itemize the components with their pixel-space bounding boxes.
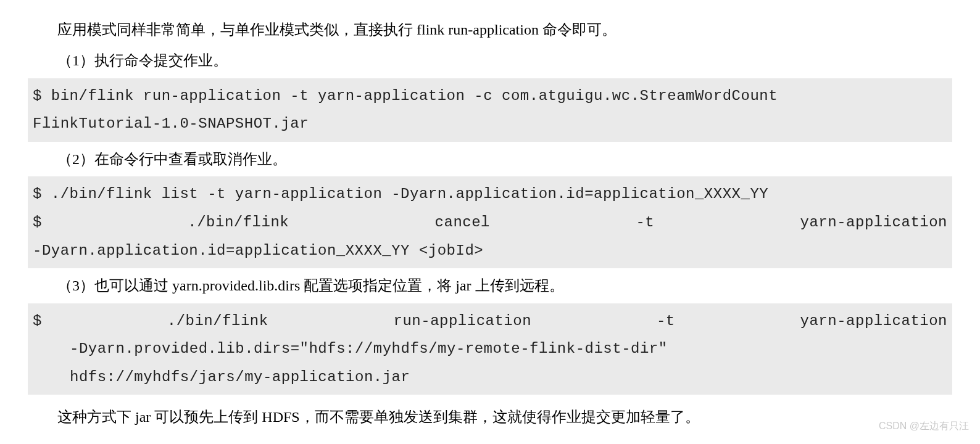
closing-paragraph: 这种方式下 jar 可以预先上传到 HDFS，而不需要单独发送到集群，这就使得作…	[28, 403, 952, 430]
code3-line1: $ ./bin/flink run-application -t yarn-ap…	[33, 307, 947, 335]
code3-line3: hdfs://myhdfs/jars/my-application.jar	[33, 363, 947, 392]
code-block-1: $ bin/flink run-application -t yarn-appl…	[28, 78, 952, 142]
code2-line2: $ ./bin/flink cancel -t yarn-application	[33, 208, 947, 237]
code2-line3: -Dyarn.application.id=application_XXXX_Y…	[33, 237, 947, 265]
step-2-title: （2）在命令行中查看或取消作业。	[28, 146, 952, 173]
code3-line2: -Dyarn.provided.lib.dirs="hdfs://myhdfs/…	[33, 335, 947, 363]
step-1-title: （1）执行命令提交作业。	[28, 47, 952, 74]
code-block-2: $ ./bin/flink list -t yarn-application -…	[28, 176, 952, 268]
code2-line1: $ ./bin/flink list -t yarn-application -…	[33, 180, 947, 208]
step-3-title: （3）也可以通过 yarn.provided.lib.dirs 配置选项指定位置…	[28, 272, 952, 299]
intro-paragraph: 应用模式同样非常简单，与单作业模式类似，直接执行 flink run-appli…	[28, 16, 952, 43]
code1-line2: FlinkTutorial-1.0-SNAPSHOT.jar	[33, 110, 947, 138]
code-block-3: $ ./bin/flink run-application -t yarn-ap…	[28, 303, 952, 395]
code1-line1: $ bin/flink run-application -t yarn-appl…	[33, 82, 947, 110]
